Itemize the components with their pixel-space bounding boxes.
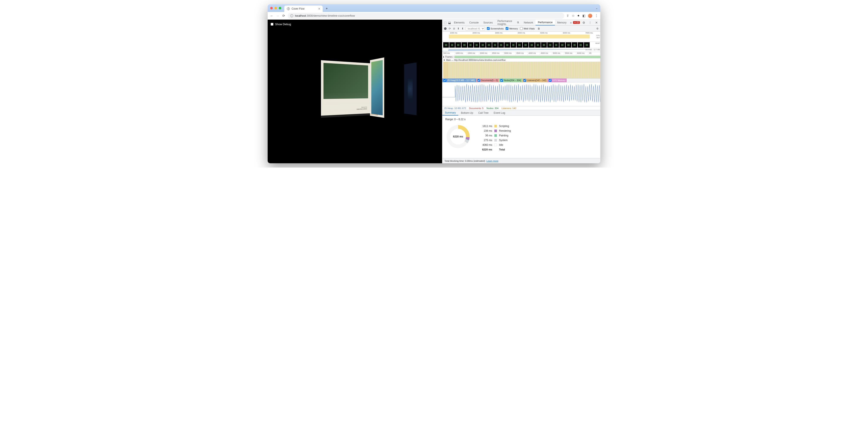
timeline-ruler[interactable]: 500 ms1000 ms1500 ms2000 ms2500 ms3000 m… bbox=[442, 52, 600, 56]
tab-performance[interactable]: Performance bbox=[535, 20, 555, 25]
error-count-badge[interactable]: ✕ 22 bbox=[573, 21, 580, 24]
close-window-button[interactable] bbox=[270, 7, 273, 9]
counter-nodes[interactable]: Nodes[304 – 304] bbox=[499, 79, 522, 82]
timeline-overview[interactable]: 1000 ms2000 ms3000 ms4000 ms5000 ms6000 … bbox=[442, 32, 600, 42]
album-cover-3[interactable] bbox=[404, 62, 416, 115]
album-1-reflection bbox=[321, 92, 370, 118]
share-icon[interactable]: ⇪ bbox=[566, 14, 569, 18]
save-profile-icon[interactable]: ⬇ bbox=[462, 27, 464, 30]
devtools-settings-icon[interactable]: ⚙ bbox=[581, 21, 586, 24]
tab-memory[interactable]: Memory bbox=[555, 20, 569, 25]
devtools-tab-bar: ⬚ ⬓ Elements Console Sources Performance… bbox=[442, 20, 600, 26]
screenshot-thumb[interactable] bbox=[572, 42, 578, 48]
screenshots-filmstrip[interactable]: HEAP bbox=[442, 42, 600, 48]
screenshot-thumb[interactable] bbox=[553, 42, 559, 48]
screenshot-thumb[interactable] bbox=[443, 42, 449, 48]
tab-bottom-up[interactable]: Bottom-Up bbox=[458, 110, 475, 115]
tab-event-log[interactable]: Event Log bbox=[491, 110, 508, 115]
url-input[interactable]: i localhost:3000/demo/view-timeline-css/… bbox=[288, 13, 564, 19]
flame-chart[interactable] bbox=[442, 62, 600, 78]
screenshot-thumb[interactable] bbox=[492, 42, 498, 48]
show-debug-checkbox[interactable] bbox=[271, 23, 273, 26]
overview-cpu-graph bbox=[443, 35, 590, 38]
more-tabs-icon[interactable]: » bbox=[569, 20, 573, 25]
screenshot-thumb[interactable] bbox=[517, 42, 522, 48]
address-bar: ← → ⟳ i localhost:3000/demo/view-timelin… bbox=[268, 12, 600, 20]
reload-button[interactable]: ⟳ bbox=[282, 14, 285, 18]
screenshot-thumb[interactable] bbox=[566, 42, 571, 48]
memory-checkbox[interactable]: Memory bbox=[506, 27, 518, 30]
clear-icon[interactable]: ⊘ bbox=[453, 27, 455, 30]
screenshots-checkbox[interactable]: Screenshots bbox=[487, 27, 503, 30]
screenshot-thumb[interactable] bbox=[559, 42, 565, 48]
tab-summary[interactable]: Summary bbox=[442, 110, 458, 115]
coverflow-stage[interactable]: Volume One DAB RECORDS OK & 4 THEORY bbox=[278, 39, 442, 144]
screenshot-thumb[interactable] bbox=[486, 42, 492, 48]
learn-more-link[interactable]: Learn more bbox=[487, 160, 498, 162]
profile-avatar[interactable] bbox=[588, 13, 592, 18]
browser-menu-icon[interactable]: ⋮ bbox=[595, 13, 598, 18]
devtools-menu-icon[interactable]: ⋮ bbox=[588, 21, 593, 24]
site-info-icon[interactable]: i bbox=[290, 14, 293, 17]
webvitals-checkbox[interactable]: Web Vitals bbox=[520, 27, 535, 30]
counter-js-heap[interactable]: JS Heap[10.5 MB – 12.7 MB] bbox=[442, 79, 476, 82]
heap-overview-sparkline[interactable]: 10.5 MB – 12.7 MB bbox=[442, 48, 600, 52]
devtools-panel: ⬚ ⬓ Elements Console Sources Performance… bbox=[442, 20, 600, 163]
legend-total: 6220 msTotal bbox=[479, 147, 511, 152]
bookmark-icon[interactable]: ☆ bbox=[572, 14, 575, 18]
frames-track[interactable]: ▶ Frames ns bbox=[442, 56, 600, 58]
screenshot-thumb[interactable] bbox=[547, 42, 553, 48]
album-cover-2[interactable]: OK & 4 THEORY bbox=[370, 57, 384, 118]
tab-overflow-icon[interactable]: ⌄ bbox=[596, 7, 598, 9]
tab-sources[interactable]: Sources bbox=[481, 20, 495, 25]
tab-elements[interactable]: Elements bbox=[452, 20, 467, 25]
tab-call-tree[interactable]: Call Tree bbox=[476, 110, 491, 115]
close-tab-icon[interactable]: × bbox=[318, 7, 320, 10]
counter-listeners[interactable]: Listeners[142 – 142] bbox=[522, 79, 548, 82]
screenshot-thumb[interactable] bbox=[474, 42, 479, 48]
screenshot-thumb[interactable] bbox=[498, 42, 504, 48]
tab-network[interactable]: Network bbox=[521, 20, 535, 25]
screenshot-thumb[interactable] bbox=[480, 42, 486, 48]
minimize-window-button[interactable] bbox=[275, 7, 277, 9]
new-tab-button[interactable]: + bbox=[324, 6, 330, 11]
reload-record-icon[interactable]: ⟳ bbox=[449, 27, 451, 30]
back-button[interactable]: ← bbox=[270, 14, 274, 18]
show-debug-toggle[interactable]: Show Debug bbox=[271, 23, 291, 26]
screenshot-thumb[interactable] bbox=[578, 42, 584, 48]
screenshot-thumb[interactable] bbox=[523, 42, 528, 48]
sidepanel-icon[interactable]: ◧ bbox=[583, 14, 585, 18]
extensions-icon[interactable]: ✦ bbox=[577, 14, 580, 18]
screenshot-thumb[interactable] bbox=[541, 42, 547, 48]
tab-console[interactable]: Console bbox=[467, 20, 481, 25]
devtools-close-icon[interactable]: ✕ bbox=[594, 21, 599, 24]
screenshot-thumb[interactable] bbox=[529, 42, 535, 48]
maximize-window-button[interactable] bbox=[279, 7, 281, 9]
counter-documents[interactable]: Documents[5 – 5] bbox=[476, 79, 499, 82]
forward-button[interactable]: → bbox=[276, 14, 280, 18]
screenshot-thumb[interactable] bbox=[462, 42, 467, 48]
record-button[interactable] bbox=[444, 27, 446, 30]
screenshot-thumb[interactable] bbox=[455, 42, 461, 48]
screenshot-thumb[interactable] bbox=[510, 42, 516, 48]
screenshot-thumb[interactable] bbox=[584, 42, 590, 48]
collapse-icon[interactable]: ▼ bbox=[443, 59, 445, 61]
counter-gpu-memory[interactable]: GPU Memory bbox=[548, 79, 567, 82]
screenshot-thumb[interactable] bbox=[535, 42, 541, 48]
screenshot-thumb[interactable] bbox=[468, 42, 473, 48]
device-toolbar-icon[interactable]: ⬓ bbox=[447, 20, 452, 25]
main-track-header[interactable]: ▼ Main — http://localhost:3000/demo/view… bbox=[442, 58, 600, 62]
screenshot-thumb[interactable] bbox=[504, 42, 510, 48]
garbage-collect-icon[interactable]: 🗑 bbox=[538, 27, 540, 30]
screenshot-thumb[interactable] bbox=[450, 42, 455, 48]
main-thread-track[interactable]: ▼ Main — http://localhost:3000/demo/view… bbox=[442, 58, 600, 79]
heap-range-label: 10.5 MB – 12.7 MB bbox=[585, 49, 600, 51]
target-select[interactable]: localhost #1 bbox=[466, 27, 485, 30]
browser-tab[interactable]: Cover Flow × bbox=[284, 5, 323, 12]
heap-graph[interactable] bbox=[442, 82, 600, 106]
expand-icon[interactable]: ▶ bbox=[443, 56, 444, 58]
load-profile-icon[interactable]: ⬆ bbox=[457, 27, 459, 30]
capture-settings-icon[interactable]: ⚙ bbox=[596, 27, 599, 30]
inspect-element-icon[interactable]: ⬚ bbox=[443, 20, 447, 25]
tab-perf-insights[interactable]: Performance insights ⚗ bbox=[495, 20, 522, 25]
